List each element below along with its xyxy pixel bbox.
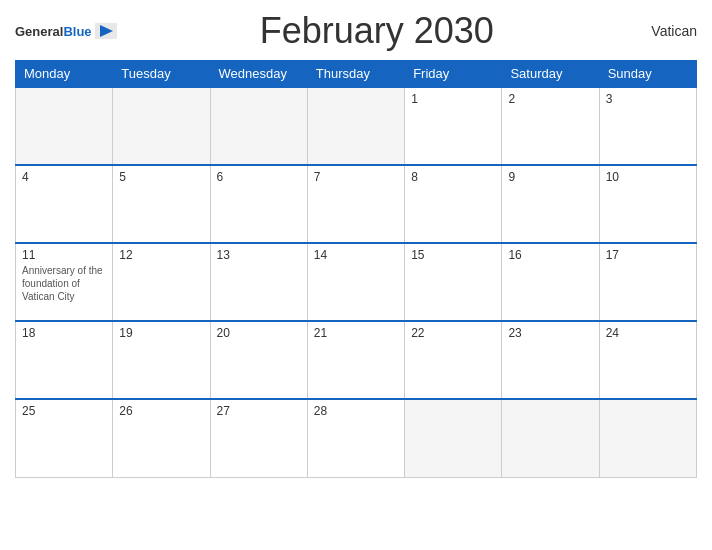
calendar-cell: 15 (405, 243, 502, 321)
calendar-cell: 13 (210, 243, 307, 321)
header-wednesday: Wednesday (210, 61, 307, 88)
calendar-cell: 21 (307, 321, 404, 399)
calendar-cell: 22 (405, 321, 502, 399)
header-monday: Monday (16, 61, 113, 88)
logo-blue-text: Blue (63, 24, 91, 39)
calendar-table: Monday Tuesday Wednesday Thursday Friday… (15, 60, 697, 478)
header-friday: Friday (405, 61, 502, 88)
day-number: 15 (411, 248, 495, 262)
calendar-week-row: 11Anniversary of the foundation of Vatic… (16, 243, 697, 321)
day-number: 3 (606, 92, 690, 106)
calendar-cell: 2 (502, 87, 599, 165)
calendar-cell: 23 (502, 321, 599, 399)
calendar-cell: 5 (113, 165, 210, 243)
calendar-cell: 10 (599, 165, 696, 243)
calendar-cell: 26 (113, 399, 210, 477)
calendar-cell (113, 87, 210, 165)
calendar-event: Anniversary of the foundation of Vatican… (22, 264, 106, 303)
logo-general-text: General (15, 24, 63, 39)
calendar-cell: 20 (210, 321, 307, 399)
day-number: 27 (217, 404, 301, 418)
day-number: 4 (22, 170, 106, 184)
day-number: 14 (314, 248, 398, 262)
calendar-cell (16, 87, 113, 165)
calendar-cell: 18 (16, 321, 113, 399)
calendar-cell: 4 (16, 165, 113, 243)
calendar-cell: 24 (599, 321, 696, 399)
month-title: February 2030 (117, 10, 637, 52)
calendar-cell (307, 87, 404, 165)
day-number: 25 (22, 404, 106, 418)
day-number: 13 (217, 248, 301, 262)
day-number: 7 (314, 170, 398, 184)
calendar-cell: 27 (210, 399, 307, 477)
calendar-cell: 28 (307, 399, 404, 477)
day-number: 2 (508, 92, 592, 106)
header-thursday: Thursday (307, 61, 404, 88)
day-number: 17 (606, 248, 690, 262)
day-number: 1 (411, 92, 495, 106)
calendar-cell (599, 399, 696, 477)
day-number: 18 (22, 326, 106, 340)
calendar-header-row: Monday Tuesday Wednesday Thursday Friday… (16, 61, 697, 88)
region-label: Vatican (637, 23, 697, 39)
header-saturday: Saturday (502, 61, 599, 88)
day-number: 11 (22, 248, 106, 262)
day-number: 9 (508, 170, 592, 184)
day-number: 5 (119, 170, 203, 184)
day-number: 23 (508, 326, 592, 340)
day-number: 21 (314, 326, 398, 340)
calendar-cell: 7 (307, 165, 404, 243)
calendar-cell (210, 87, 307, 165)
calendar-cell: 9 (502, 165, 599, 243)
calendar-cell (502, 399, 599, 477)
logo: General Blue (15, 23, 117, 39)
day-number: 24 (606, 326, 690, 340)
calendar-week-row: 25262728 (16, 399, 697, 477)
day-number: 10 (606, 170, 690, 184)
calendar-week-row: 45678910 (16, 165, 697, 243)
calendar-cell: 17 (599, 243, 696, 321)
calendar-cell: 3 (599, 87, 696, 165)
calendar-cell: 25 (16, 399, 113, 477)
logo-flag-icon (95, 23, 117, 39)
calendar-cell: 14 (307, 243, 404, 321)
calendar-container: General Blue February 2030 Vatican Monda… (0, 0, 712, 550)
calendar-cell: 19 (113, 321, 210, 399)
calendar-week-row: 123 (16, 87, 697, 165)
header-sunday: Sunday (599, 61, 696, 88)
day-number: 28 (314, 404, 398, 418)
day-number: 26 (119, 404, 203, 418)
day-number: 6 (217, 170, 301, 184)
calendar-cell (405, 399, 502, 477)
day-number: 19 (119, 326, 203, 340)
calendar-cell: 1 (405, 87, 502, 165)
calendar-cell: 12 (113, 243, 210, 321)
day-number: 22 (411, 326, 495, 340)
calendar-cell: 11Anniversary of the foundation of Vatic… (16, 243, 113, 321)
calendar-cell: 6 (210, 165, 307, 243)
day-number: 16 (508, 248, 592, 262)
calendar-cell: 16 (502, 243, 599, 321)
calendar-header: General Blue February 2030 Vatican (15, 10, 697, 52)
header-tuesday: Tuesday (113, 61, 210, 88)
calendar-cell: 8 (405, 165, 502, 243)
calendar-week-row: 18192021222324 (16, 321, 697, 399)
day-number: 12 (119, 248, 203, 262)
day-number: 20 (217, 326, 301, 340)
day-number: 8 (411, 170, 495, 184)
